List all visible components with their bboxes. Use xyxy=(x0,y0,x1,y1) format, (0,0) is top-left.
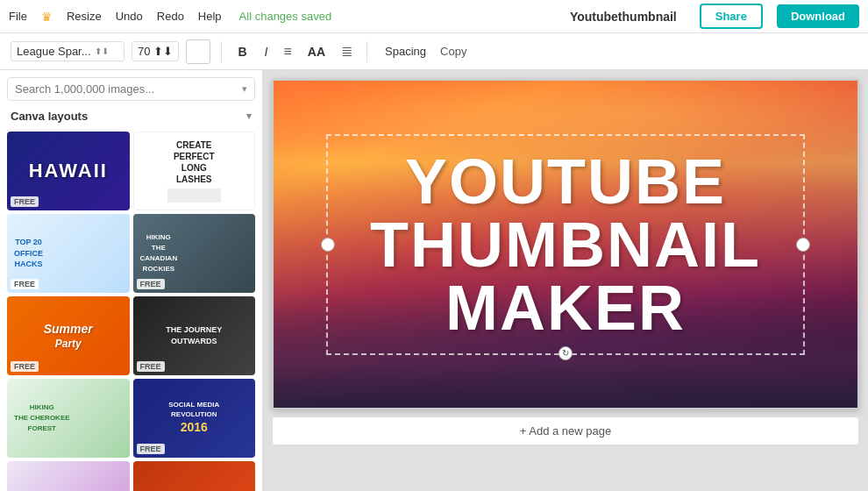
layout-card-last[interactable]: FREE xyxy=(133,461,256,491)
spacing-label[interactable]: Spacing xyxy=(385,45,426,58)
layout-card-hawaii[interactable]: HAWAII FREE xyxy=(7,132,130,210)
search-chevron-icon: ▾ xyxy=(242,83,247,95)
free-badge-journey: FREE xyxy=(137,361,165,372)
card-inner-adventures: Adventures xyxy=(7,461,130,491)
share-button[interactable]: Share xyxy=(700,4,763,29)
layout-card-create[interactable]: CREATEPERFECTLONGLASHES xyxy=(133,132,256,210)
nav-resize[interactable]: Resize xyxy=(67,10,102,23)
canvas-area: YOUTUBE THUMBNAIL MAKER ↻ + Add a new pa… xyxy=(263,70,868,491)
section-chevron-icon[interactable]: ▾ xyxy=(246,110,252,122)
canvas-text-box[interactable]: YOUTUBE THUMBNAIL MAKER ↻ xyxy=(326,134,805,355)
free-badge-top20: FREE xyxy=(11,279,39,289)
italic-button[interactable]: I xyxy=(260,41,274,62)
font-size-selector[interactable]: 70 ⬆⬇ xyxy=(132,41,179,61)
add-page-button[interactable]: + Add a new page xyxy=(272,416,859,445)
layouts-grid: HAWAII FREE CREATEPERFECTLONGLASHES TOP … xyxy=(0,128,262,491)
layout-card-journey[interactable]: THE JOURNEYOUTWARDS FREE xyxy=(133,296,256,375)
font-name: League Spar... xyxy=(17,45,91,58)
layout-card-cherokee[interactable]: HIKINGTHE CHEROKEEFOREST xyxy=(7,379,130,458)
nav-redo[interactable]: Redo xyxy=(157,10,184,23)
free-badge-hiking: FREE xyxy=(137,279,165,289)
free-badge-summer: FREE xyxy=(11,361,39,372)
top-nav: File ♛ Resize Undo Redo Help All changes… xyxy=(0,0,868,33)
search-input[interactable] xyxy=(15,82,242,96)
bold-button[interactable]: B xyxy=(232,41,252,62)
size-arrows-icon: ⬆⬇ xyxy=(153,45,173,58)
text-toolbar: League Spar... ⬆⬇ 70 ⬆⬇ B I ≡ AA ≣ Spaci… xyxy=(0,33,868,70)
card-inner-create: CREATEPERFECTLONGLASHES xyxy=(134,132,255,210)
save-status: All changes saved xyxy=(239,10,332,23)
download-button[interactable]: Download xyxy=(777,4,859,28)
copy-button[interactable]: Copy xyxy=(440,45,466,58)
aa-button[interactable]: AA xyxy=(302,41,331,62)
handle-left[interactable] xyxy=(321,238,335,252)
nav-file[interactable]: File xyxy=(9,10,27,23)
layout-card-summer[interactable]: SummerParty FREE xyxy=(7,296,130,375)
separator-2 xyxy=(366,41,367,62)
layout-card-social[interactable]: SOCIAL MEDIAREVOLUTION2016 FREE xyxy=(133,379,256,458)
card-inner-cherokee: HIKINGTHE CHEROKEEFOREST xyxy=(7,379,130,458)
handle-bottom[interactable]: ↻ xyxy=(559,346,573,360)
align-icon[interactable]: ≡ xyxy=(280,40,295,63)
layout-card-hiking[interactable]: HIKINGTHECANADIANROCKIES FREE xyxy=(133,214,256,293)
nav-undo[interactable]: Undo xyxy=(116,10,143,23)
free-badge-social: FREE xyxy=(137,444,165,454)
canvas-wrapper[interactable]: YOUTUBE THUMBNAIL MAKER ↻ xyxy=(272,79,859,409)
layout-card-adventures[interactable]: Adventures xyxy=(7,461,130,491)
crown-icon: ♛ xyxy=(41,10,53,24)
nav-help[interactable]: Help xyxy=(198,10,222,23)
free-badge-hawaii: FREE xyxy=(11,196,39,207)
separator-1 xyxy=(221,41,222,62)
handle-right[interactable] xyxy=(796,238,810,252)
card-inner-last xyxy=(133,461,256,491)
color-picker[interactable] xyxy=(186,39,210,64)
project-title: Youtubethumbnail xyxy=(570,10,677,24)
search-box[interactable]: ▾ xyxy=(7,77,255,101)
canvas-main-text: YOUTUBE THUMBNAIL MAKER xyxy=(345,150,786,339)
list-icon[interactable]: ≣ xyxy=(338,39,356,63)
layout-card-top20[interactable]: TOP 20OFFICEHACKS FREE xyxy=(7,214,130,293)
section-label: Canva layouts xyxy=(11,110,88,123)
left-panel: ▾ Canva layouts ▾ HAWAII FREE CREATEPERF… xyxy=(0,70,263,491)
main-area: ▾ Canva layouts ▾ HAWAII FREE CREATEPERF… xyxy=(0,70,868,491)
font-arrows-icon: ⬆⬇ xyxy=(95,46,109,56)
font-size-value: 70 xyxy=(138,45,150,58)
font-selector[interactable]: League Spar... ⬆⬇ xyxy=(11,41,125,61)
layouts-section-header: Canva layouts ▾ xyxy=(0,104,262,128)
